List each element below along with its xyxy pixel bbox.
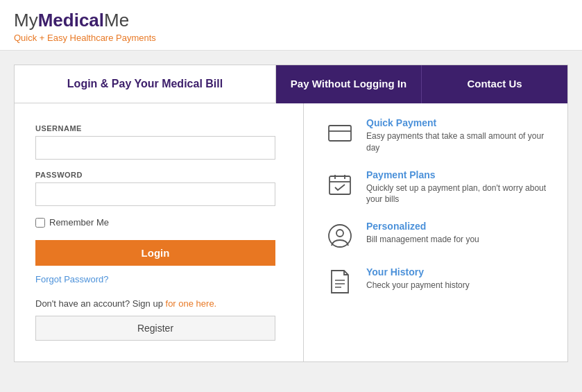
remember-me-label: Remember Me xyxy=(49,217,109,228)
svg-rect-2 xyxy=(329,176,350,194)
card: Login & Pay Your Medical Bill Pay Withou… xyxy=(14,65,568,362)
feature-payment-plans-title: Payment Plans xyxy=(366,169,547,180)
features-section: Quick Payment Easy payments that take a … xyxy=(304,103,567,361)
signup-link[interactable]: for one here. xyxy=(166,298,217,309)
tab-contact[interactable]: Contact Us xyxy=(422,65,567,103)
login-section: USERNAME PASSWORD Remember Me Login Forg… xyxy=(15,103,304,361)
feature-personalized-desc: Bill management made for you xyxy=(366,234,479,246)
feature-history: Your History Check your payment history xyxy=(325,266,547,297)
feature-payment-plans-text: Payment Plans Quickly set up a payment p… xyxy=(366,169,547,206)
feature-quick-payment-text: Quick Payment Easy payments that take a … xyxy=(366,117,547,154)
feature-quick-payment: Quick Payment Easy payments that take a … xyxy=(325,117,547,154)
forgot-password-link[interactable]: Forgot Password? xyxy=(35,274,275,284)
document-icon xyxy=(325,266,355,297)
feature-personalized-title: Personalized xyxy=(366,221,479,232)
card-body: USERNAME PASSWORD Remember Me Login Forg… xyxy=(15,103,567,361)
password-group: PASSWORD xyxy=(35,171,275,206)
register-button[interactable]: Register xyxy=(35,316,275,341)
remember-me-group: Remember Me xyxy=(35,217,275,228)
username-group: USERNAME xyxy=(35,124,275,160)
feature-quick-payment-desc: Easy payments that take a small amount o… xyxy=(366,130,547,154)
feature-history-desc: Check your payment history xyxy=(366,280,470,291)
card-tabs: Login & Pay Your Medical Bill Pay Withou… xyxy=(15,65,567,103)
tab-login[interactable]: Login & Pay Your Medical Bill xyxy=(15,65,276,103)
password-input[interactable] xyxy=(35,182,275,206)
feature-history-title: Your History xyxy=(366,266,470,278)
svg-point-7 xyxy=(336,230,343,237)
tab-pay-without-login[interactable]: Pay Without Logging In xyxy=(276,65,422,103)
main-content: Login & Pay Your Medical Bill Pay Withou… xyxy=(0,51,582,376)
feature-personalized: Personalized Bill management made for yo… xyxy=(325,221,547,251)
user-circle-icon xyxy=(325,221,355,251)
svg-rect-0 xyxy=(329,126,351,141)
login-button[interactable]: Login xyxy=(35,240,275,266)
password-label: PASSWORD xyxy=(35,171,275,179)
calendar-check-icon xyxy=(325,169,355,200)
credit-card-icon xyxy=(325,117,355,148)
feature-payment-plans: Payment Plans Quickly set up a payment p… xyxy=(325,169,547,206)
feature-payment-plans-desc: Quickly set up a payment plan, don't wor… xyxy=(366,182,547,206)
feature-history-text: Your History Check your payment history xyxy=(366,266,470,291)
logo-medical: Medical xyxy=(38,10,104,31)
signup-text-pre: Don't have an account? Sign up xyxy=(35,298,166,309)
feature-quick-payment-title: Quick Payment xyxy=(366,117,547,128)
feature-personalized-text: Personalized Bill management made for yo… xyxy=(366,221,479,246)
remember-me-checkbox[interactable] xyxy=(35,218,45,228)
tagline: Quick + Easy Healthcare Payments xyxy=(14,33,568,43)
logo: MyMedicalMe xyxy=(14,10,568,31)
username-label: USERNAME xyxy=(35,124,275,133)
username-input[interactable] xyxy=(35,136,275,160)
logo-me: Me xyxy=(104,10,129,31)
header: MyMedicalMe Quick + Easy Healthcare Paym… xyxy=(0,0,582,51)
signup-text: Don't have an account? Sign up for one h… xyxy=(35,298,275,309)
logo-my: My xyxy=(14,10,38,31)
